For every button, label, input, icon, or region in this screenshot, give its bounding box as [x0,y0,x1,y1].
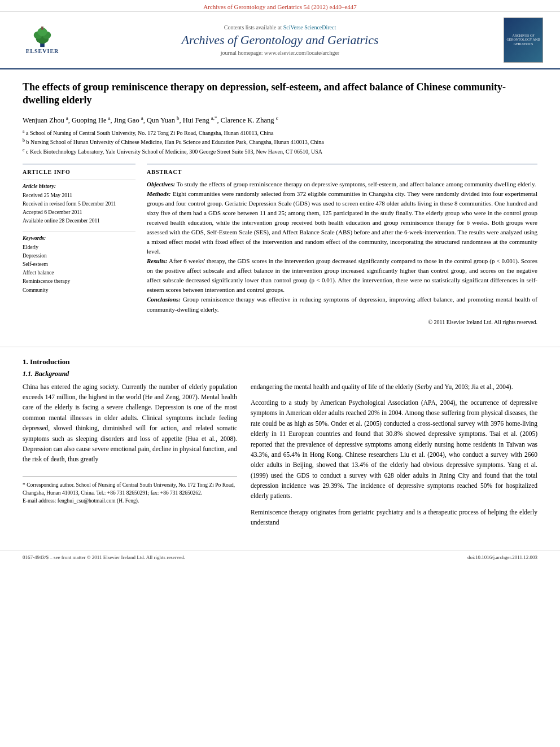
revised-date: Received in revised form 5 December 2011 [23,200,135,208]
svg-rect-5 [41,27,43,30]
journal-citation: Archives of Gerontology and Geriatrics 5… [0,0,560,12]
methods-text: Eight communities were randomly selected… [147,190,537,255]
keyword-self-esteem: Self-esteem [23,260,135,269]
paper-content: The effects of group reminiscence therap… [0,69,560,337]
article-info-title: ARTICLE INFO [23,169,135,175]
journal-name: Archives of Gerontology and Geriatrics [73,33,487,47]
article-info-panel: ARTICLE INFO Article history: Received 2… [23,164,135,325]
accepted-date: Accepted 6 December 2011 [23,208,135,217]
section-divider [0,347,560,347]
keyword-affect-balance: Affect balance [23,269,135,277]
footnote-asterisk: * Corresponding author. School of Nursin… [23,481,237,497]
keyword-community: Community [23,286,135,295]
section1-heading: 1. Introduction [23,357,537,366]
body-left-col: China has entered the aging society. Cur… [23,382,237,534]
body-right-col: endangering the mental health and qualit… [251,382,537,534]
abstract-panel: ABSTRACT Objectives: To study the effect… [147,164,537,325]
body-right-para1: endangering the mental health and qualit… [251,382,537,392]
elsevier-logo-area: ELSEVIER [17,25,73,56]
journal-header: ELSEVIER Contents lists available at Sci… [0,12,560,69]
journal-cover-image: ARCHIVES OF GERONTOLOGY AND GERIATRICS [504,18,543,63]
methods-label: Methods: [147,190,171,197]
sciverse-link[interactable]: SciVerse ScienceDirect [283,24,336,30]
elsevier-logo: ELSEVIER [17,25,68,56]
authors-line: Wenjuan Zhou a, Guoping He a, Jing Gao a… [23,115,537,125]
bottom-bar: 0167-4943/$ – see front matter © 2011 El… [0,551,560,563]
results-label: Results: [147,257,168,264]
conclusions-label: Conclusions: [147,296,181,303]
sciverse-line: Contents lists available at SciVerse Sci… [73,24,487,30]
journal-homepage: journal homepage: www.elsevier.com/locat… [73,50,487,56]
journal-cover-area: ARCHIVES OF GERONTOLOGY AND GERIATRICS [487,18,543,63]
keyword-elderly: Elderly [23,243,135,252]
body-left-para1: China has entered the aging society. Cur… [23,382,237,465]
body-right-para2: According to a study by American Psychol… [251,397,537,501]
history-label: Article history: [23,184,135,189]
objectives-text: To study the effects of group reminiscen… [175,181,536,187]
info-abstract-area: ARTICLE INFO Article history: Received 2… [23,164,537,325]
main-body: 1. Introduction 1.1. Background China ha… [0,357,560,545]
citation-text: Archives of Gerontology and Geriatrics 5… [203,3,357,10]
body-columns: China has entered the aging society. Cur… [23,382,537,534]
received-date: Received 25 May 2011 [23,191,135,200]
keyword-depression: Depression [23,252,135,260]
affiliation-a: a a School of Nursing of Central South U… [23,128,537,137]
keywords-label: Keywords: [23,235,135,241]
affiliations: a a School of Nursing of Central South U… [23,128,537,156]
elsevier-tree-icon [25,27,59,48]
history-section: Article history: Received 25 May 2011 Re… [23,180,135,226]
online-date: Available online 28 December 2011 [23,217,135,225]
abstract-text: Objectives: To study the effects of grou… [147,180,537,314]
copyright-line: © 2011 Elsevier Ireland Ltd. All rights … [147,319,537,325]
results-text: After 6 weeks' therapy, the GDS scores i… [147,257,537,293]
affiliation-c: c c Keck Biotechnology Laboratory, Yale … [23,147,537,156]
keyword-reminiscence: Reminiscence therapy [23,277,135,286]
paper-title: The effects of group reminiscence therap… [23,81,537,107]
doi-line: doi:10.1016/j.archger.2011.12.003 [467,554,537,560]
conclusions-text: Group reminiscence therapy was effective… [147,296,537,312]
footnote-email: E-mail address: fenghui_csu@hotmail.com … [23,497,237,505]
issn-line: 0167-4943/$ – see front matter © 2011 El… [23,554,185,560]
objectives-label: Objectives: [147,181,175,187]
keywords-section: Keywords: Elderly Depression Self-esteem… [23,231,135,295]
footnote-area: * Corresponding author. School of Nursin… [23,476,237,505]
journal-title-area: Contents lists available at SciVerse Sci… [73,24,487,56]
abstract-title: ABSTRACT [147,169,537,175]
elsevier-wordmark: ELSEVIER [26,48,59,54]
body-right-para3: Reminiscence therapy originates from ger… [251,507,537,528]
affiliation-b: b b Nursing School of Hunan University o… [23,137,537,146]
section11-heading: 1.1. Background [23,370,537,378]
